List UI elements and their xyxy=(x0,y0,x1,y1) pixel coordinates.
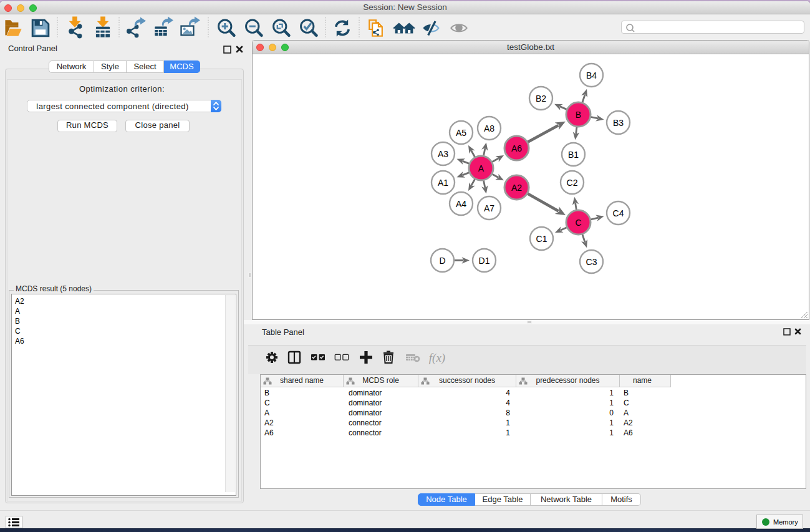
svg-text:B3: B3 xyxy=(613,118,624,128)
svg-text:D: D xyxy=(439,256,445,266)
svg-text:C3: C3 xyxy=(586,257,597,267)
svg-text:A: A xyxy=(478,163,485,173)
svg-text:A2: A2 xyxy=(511,183,522,193)
svg-text:A6: A6 xyxy=(511,143,522,153)
svg-text:D1: D1 xyxy=(479,256,490,266)
svg-text:C1: C1 xyxy=(536,234,547,244)
svg-text:A3: A3 xyxy=(438,149,448,159)
svg-text:B2: B2 xyxy=(536,94,546,104)
svg-text:B4: B4 xyxy=(586,70,597,80)
svg-text:C: C xyxy=(575,218,581,228)
svg-text:A8: A8 xyxy=(484,123,494,133)
svg-text:f(x): f(x) xyxy=(429,351,445,365)
svg-text:C2: C2 xyxy=(567,178,578,188)
svg-text:C4: C4 xyxy=(613,208,624,218)
svg-text:B1: B1 xyxy=(568,150,579,160)
svg-text:A7: A7 xyxy=(484,203,494,213)
svg-text:A5: A5 xyxy=(456,128,466,138)
svg-text:A1: A1 xyxy=(438,178,448,188)
svg-text:A4: A4 xyxy=(456,199,466,209)
svg-text:B: B xyxy=(576,110,581,120)
